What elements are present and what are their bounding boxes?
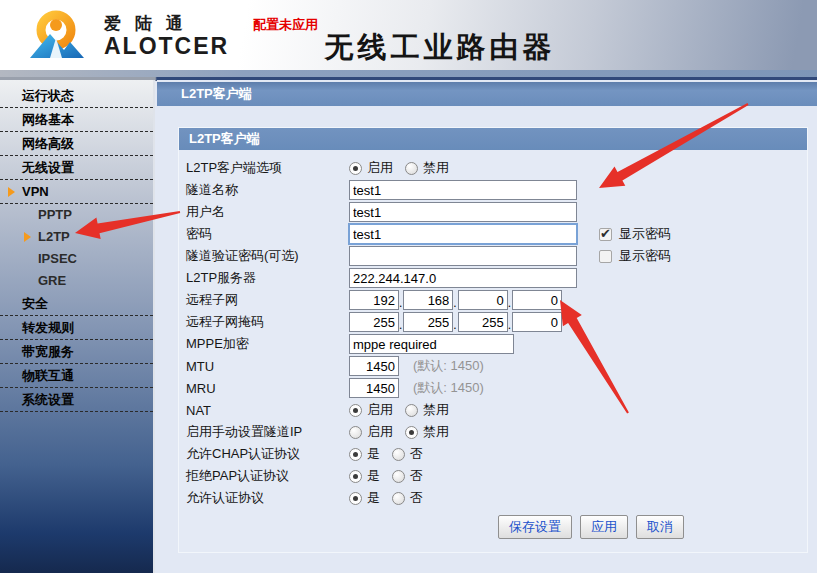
sidebar-item-forward-rules[interactable]: 转发规则: [0, 316, 153, 340]
allow-auth-radio-1[interactable]: [392, 492, 405, 505]
sidebar-item-system[interactable]: 系统设置: [0, 388, 153, 412]
sidebar-item-label: 系统设置: [22, 392, 74, 407]
l2tp-server-input[interactable]: [349, 268, 577, 288]
field-label: 启用手动设置隧道IP: [179, 423, 349, 441]
radio-option-label: 启用: [367, 423, 393, 441]
remote-subnet-mask-octet-1[interactable]: [349, 312, 399, 332]
sidebar-item-network-basic[interactable]: 网络基本: [0, 108, 153, 132]
manual-tunnel-ip-radio-1[interactable]: [405, 426, 418, 439]
field-label: 拒绝PAP认证协议: [179, 467, 349, 485]
show-password-label: 显示密码: [619, 247, 671, 265]
sidebar-nav: 运行状态网络基本网络高级无线设置VPNPPTPL2TPIPSECGRE安全转发规…: [0, 80, 155, 573]
sidebar-item-label: VPN: [22, 184, 49, 199]
sidebar-item-iot[interactable]: 物联互通: [0, 364, 153, 388]
form-row-remote-subnet: 远程子网...: [179, 289, 807, 311]
password-input[interactable]: [349, 224, 577, 244]
form-row-allow-chap: 允许CHAP认证协议是否: [179, 443, 807, 465]
default-value-hint: (默认: 1450): [413, 379, 484, 397]
nat-radio-0[interactable]: [349, 404, 362, 417]
form-row-mppe: MPPE加密: [179, 333, 807, 355]
remote-subnet-mask-octet-4[interactable]: [512, 312, 562, 332]
save-button[interactable]: 保存设置: [498, 515, 572, 539]
field-label: 远程子网掩码: [179, 313, 349, 331]
form-row-nat: NAT启用禁用: [179, 399, 807, 421]
username-input[interactable]: [349, 202, 577, 222]
form-row-manual-tunnel-ip: 启用手动设置隧道IP启用禁用: [179, 421, 807, 443]
sidebar-item-bandwidth[interactable]: 带宽服务: [0, 340, 153, 364]
sidebar-item-gre[interactable]: GRE: [0, 270, 153, 292]
radio-option-label: 否: [410, 467, 423, 485]
sidebar-item-label: 网络基本: [22, 112, 74, 127]
form-row-l2tp-option: L2TP客户端选项启用禁用: [179, 157, 807, 179]
sidebar-item-run-status[interactable]: 运行状态: [0, 84, 153, 108]
sidebar-item-label: GRE: [38, 273, 66, 288]
show-password-checkbox[interactable]: [599, 228, 612, 241]
show-password-label: 显示密码: [619, 225, 671, 243]
banner: 爱陆通 ALOTCER 配置未应用 无线工业路由器: [0, 0, 817, 70]
l2tp-option-radio-1[interactable]: [405, 162, 418, 175]
sidebar-item-wireless[interactable]: 无线设置: [0, 156, 153, 180]
remote-subnet-octet-1[interactable]: [349, 290, 399, 310]
form-row-mru: MRU(默认: 1450): [179, 377, 807, 399]
field-label: 用户名: [179, 203, 349, 221]
sidebar-item-vpn[interactable]: VPN: [0, 180, 153, 204]
show-password-option: 显示密码: [599, 225, 671, 243]
tunnel-auth-password-input[interactable]: [349, 246, 577, 266]
sidebar-item-label: IPSEC: [38, 251, 77, 266]
remote-subnet-mask-octet-3[interactable]: [458, 312, 508, 332]
cancel-button[interactable]: 取消: [636, 515, 684, 539]
default-value-hint: (默认: 1450): [413, 357, 484, 375]
remote-subnet-mask-octet-2[interactable]: [403, 312, 453, 332]
field-label: MTU: [179, 359, 349, 374]
radio-option-label: 是: [367, 445, 380, 463]
field-label: NAT: [179, 403, 349, 418]
nat-radio-1[interactable]: [405, 404, 418, 417]
octet-dot: .: [508, 318, 511, 332]
field-label: 隧道名称: [179, 181, 349, 199]
manual-tunnel-ip-radio-0[interactable]: [349, 426, 362, 439]
field-label: L2TP服务器: [179, 269, 349, 287]
form-row-mtu: MTU(默认: 1450): [179, 355, 807, 377]
field-label: 密码: [179, 225, 349, 243]
form-buttons: 保存设置应用取消: [498, 515, 684, 539]
allow-chap-radio-0[interactable]: [349, 448, 362, 461]
remote-subnet-octet-4[interactable]: [512, 290, 562, 310]
remote-subnet-octet-2[interactable]: [403, 290, 453, 310]
sidebar-item-security[interactable]: 安全: [0, 292, 153, 316]
remote-subnet-octet-3[interactable]: [458, 290, 508, 310]
radio-option-label: 禁用: [423, 401, 449, 419]
sidebar-item-l2tp[interactable]: L2TP: [0, 226, 153, 248]
allow-auth-radio-0[interactable]: [349, 492, 362, 505]
sidebar-item-label: 运行状态: [22, 88, 74, 103]
field-label: 允许CHAP认证协议: [179, 445, 349, 463]
sidebar-item-label: 安全: [22, 296, 48, 311]
tunnel-name-input[interactable]: [349, 180, 577, 200]
field-label: MPPE加密: [179, 335, 349, 353]
refuse-pap-radio-1[interactable]: [392, 470, 405, 483]
octet-dot: .: [399, 296, 402, 310]
sidebar-item-network-advanced[interactable]: 网络高级: [0, 132, 153, 156]
radio-option-label: 禁用: [423, 159, 449, 177]
mru-input[interactable]: [349, 378, 399, 398]
octet-dot: .: [508, 296, 511, 310]
refuse-pap-radio-0[interactable]: [349, 470, 362, 483]
radio-option-label: 禁用: [423, 423, 449, 441]
apply-button[interactable]: 应用: [580, 515, 628, 539]
expand-triangle-icon: [8, 187, 15, 197]
octet-dot: .: [453, 318, 456, 332]
sidebar-item-ipsec[interactable]: IPSEC: [0, 248, 153, 270]
radio-option-label: 是: [367, 467, 380, 485]
allow-chap-radio-1[interactable]: [392, 448, 405, 461]
sidebar-item-label: L2TP: [38, 229, 70, 244]
show-password-checkbox[interactable]: [599, 250, 612, 263]
form-row-tunnel-name: 隧道名称: [179, 179, 807, 201]
radio-option-label: 否: [410, 489, 423, 507]
l2tp-option-radio-0[interactable]: [349, 162, 362, 175]
sidebar-item-pptp[interactable]: PPTP: [0, 204, 153, 226]
l2tp-client-form: L2TP客户端选项启用禁用隧道名称用户名密码显示密码隧道验证密码(可选)显示密码…: [179, 157, 807, 509]
radio-option-label: 启用: [367, 159, 393, 177]
sidebar-item-label: 带宽服务: [22, 344, 74, 359]
logo-text: 爱陆通 ALOTCER: [104, 12, 229, 58]
mtu-input[interactable]: [349, 356, 399, 376]
mppe-input[interactable]: [349, 334, 514, 354]
